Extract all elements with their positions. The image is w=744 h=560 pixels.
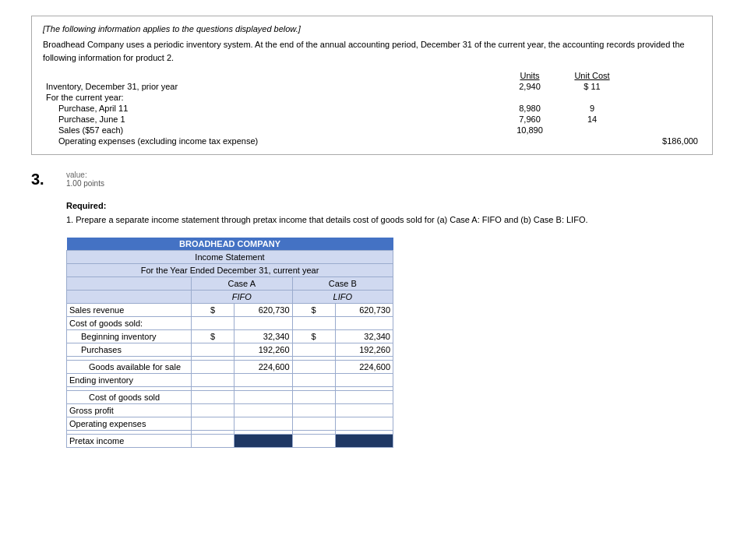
ending-inventory-label: Ending inventory — [67, 373, 192, 386]
unit-cost-header: Unit Cost — [561, 70, 623, 81]
intro-text: [The following information applies to th… — [43, 24, 701, 33]
section-number: 3. — [31, 171, 66, 188]
table-row: Sales ($57 each) 10,890 — [43, 125, 701, 136]
operating-expenses-row: Operating expenses — [67, 417, 393, 430]
points-label: 1.00 points — [66, 179, 104, 188]
company-name: BROADHEAD COMPANY — [67, 238, 393, 251]
case-a-header: Case A — [192, 276, 293, 290]
section-3: 3. value: 1.00 points Required: 1. Prepa… — [31, 171, 713, 448]
table-row: Purchase, June 1 7,960 14 — [43, 114, 701, 125]
units-header: Units — [499, 70, 561, 81]
inventory-table: Units Unit Cost Inventory, December 31, … — [43, 70, 701, 146]
fifo-label: FIFO — [192, 290, 293, 303]
pretax-income-row: Pretax income — [67, 434, 393, 447]
table-row: Purchases 192,260 192,260 — [67, 343, 393, 356]
required-label: Required: — [66, 201, 713, 210]
table-title: Income Statement — [67, 250, 393, 263]
table-row: Sales revenue $ 620,730 $ 620,730 — [67, 303, 393, 316]
gross-profit-row: Gross profit — [67, 403, 393, 417]
description-text: Broadhead Company uses a periodic invent… — [43, 38, 701, 64]
table-row: For the current year: — [43, 92, 701, 103]
case-b-header: Case B — [292, 276, 393, 290]
info-box: [The following information applies to th… — [31, 16, 713, 155]
table-row: Goods available for sale 224,600 224,600 — [67, 360, 393, 373]
table-row: Inventory, December 31, prior year 2,940… — [43, 81, 701, 92]
value-label: value: — [66, 171, 104, 179]
ending-inventory-row: Ending inventory — [67, 373, 393, 386]
cogs-total-row: Cost of goods sold — [67, 390, 393, 403]
required-text: 1. Prepare a separate income statement t… — [66, 213, 713, 227]
table-row: Purchase, April 11 8,980 9 — [43, 103, 701, 114]
table-row: Beginning inventory $ 32,340 $ 32,340 — [67, 329, 393, 343]
income-statement-table: BROADHEAD COMPANY Income Statement For t… — [66, 238, 393, 448]
section-meta: value: 1.00 points — [66, 171, 104, 188]
table-row: Operating expenses (excluding income tax… — [43, 136, 701, 146]
table-period: For the Year Ended December 31, current … — [67, 263, 393, 276]
lifo-label: LIFO — [292, 290, 393, 303]
table-row: Cost of goods sold: — [67, 316, 393, 329]
